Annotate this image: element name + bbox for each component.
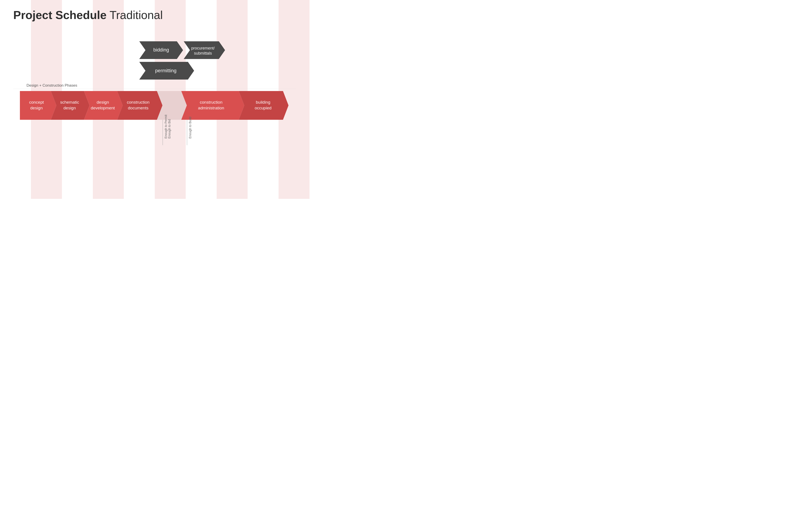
- construction-docs-arrow: [117, 91, 162, 120]
- bidding-arrow-group: bidding procurement/ submittals: [139, 41, 225, 59]
- schematic-design-arrow: [51, 91, 90, 120]
- design-dev-label2: development: [91, 106, 115, 110]
- construction-docs-label: construction: [127, 100, 149, 105]
- building-occupied-arrow: [239, 91, 289, 120]
- design-dev-label: design: [97, 100, 109, 105]
- permitting-label: permitting: [155, 68, 177, 73]
- construction-docs-label2: documents: [128, 106, 149, 110]
- concept-design-label2: design: [30, 106, 43, 110]
- construction-admin-label2: administration: [198, 106, 224, 110]
- main-content: Project Schedule Traditional bidding pro…: [13, 9, 296, 184]
- construction-admin-label: construction: [200, 100, 222, 105]
- page: Project Schedule Traditional bidding pro…: [0, 0, 310, 199]
- schematic-design-label: schematic: [60, 100, 79, 105]
- permitting-arrow-group: permitting: [139, 62, 194, 79]
- procurement-label-2: submittals: [194, 51, 212, 56]
- page-title: Project Schedule Traditional: [13, 9, 296, 21]
- concept-design-arrow: [20, 91, 56, 120]
- design-dev-arrow: [84, 91, 123, 120]
- building-occupied-label2: occupied: [255, 106, 271, 110]
- enough-to-build-label: Enough to Build: [188, 117, 192, 138]
- procurement-label: procurement/: [191, 46, 215, 50]
- enough-to-permit-label: Enough to Permit: [164, 115, 167, 138]
- title-bold: Project Schedule: [13, 9, 106, 21]
- schematic-design-label2: design: [63, 106, 76, 110]
- building-occupied-label: building: [256, 100, 270, 105]
- bidding-label: bidding: [153, 47, 169, 52]
- construction-admin-arrow: [181, 91, 244, 120]
- diagram-area: bidding procurement/ submittals permitti…: [13, 28, 296, 184]
- concept-design-label: concept: [29, 100, 44, 105]
- phase-label: Design + Construction Phases: [27, 83, 77, 88]
- title-light: Traditional: [106, 9, 163, 21]
- enough-to-bid-label: Enough to Bid: [167, 119, 171, 138]
- arrows-diagram: bidding procurement/ submittals permitti…: [13, 28, 296, 183]
